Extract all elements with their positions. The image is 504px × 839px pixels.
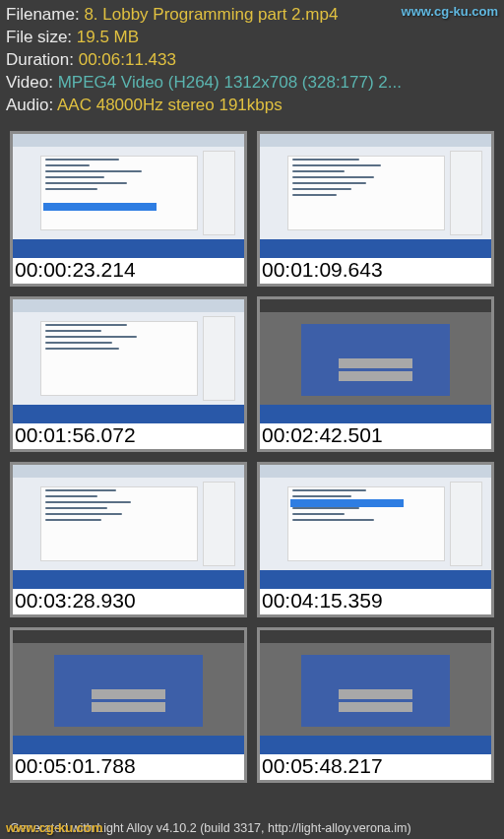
info-filesize: File size: 19.5 MB: [6, 27, 498, 49]
thumbnail-image: [260, 299, 491, 423]
thumbnail-timestamp: 00:05:01.788: [13, 754, 244, 780]
value-duration: 00:06:11.433: [79, 50, 176, 69]
thumbnail-cell: 00:04:15.359: [257, 462, 494, 617]
info-duration: Duration: 00:06:11.433: [6, 49, 498, 72]
watermark-bottom: www.cg-ku.com: [6, 820, 102, 835]
thumbnail-cell: 00:05:01.788: [10, 627, 247, 783]
thumbnail-timestamp: 00:03:28.930: [13, 589, 244, 614]
thumbnail-timestamp: 00:01:56.072: [13, 423, 244, 449]
value-audio: AAC 48000Hz stereo 191kbps: [57, 96, 283, 114]
thumbnail-cell: 00:05:48.217: [257, 627, 494, 783]
thumbnail-image: [13, 630, 244, 754]
label-filesize: File size:: [6, 28, 77, 46]
value-filesize: 19.5 MB: [77, 28, 139, 46]
thumbnail-image: [13, 465, 244, 589]
thumbnail-timestamp: 00:00:23.214: [13, 258, 244, 284]
info-video: Video: MPEG4 Video (H264) 1312x708 (328:…: [6, 72, 498, 95]
label-filename: Filename:: [6, 5, 84, 24]
thumbnail-timestamp: 00:01:09.643: [260, 258, 491, 284]
thumbnail-cell: 00:01:56.072: [10, 296, 247, 452]
thumbnail-image: [260, 134, 491, 258]
info-audio: Audio: AAC 48000Hz stereo 191kbps: [6, 95, 498, 117]
thumbnail-image: [13, 134, 244, 258]
watermark-top: www.cg-ku.com: [402, 4, 498, 19]
thumbnail-timestamp: 00:04:15.359: [260, 589, 491, 614]
thumbnail-timestamp: 00:05:48.217: [260, 754, 491, 780]
thumbnail-cell: 00:02:42.501: [257, 296, 494, 452]
label-duration: Duration:: [6, 50, 79, 69]
value-video: MPEG4 Video (H264) 1312x708 (328:177) 2.…: [58, 73, 402, 92]
thumbnail-image: [260, 630, 491, 754]
thumbnail-image: [260, 465, 491, 589]
thumbnail-cell: 00:03:28.930: [10, 462, 247, 617]
thumbnail-timestamp: 00:02:42.501: [260, 423, 491, 449]
thumbnails-grid: 00:00:23.214 00:01:09.643 00:01:56.072 0…: [0, 121, 504, 791]
label-video: Video:: [6, 73, 58, 92]
thumbnail-cell: 00:00:23.214: [10, 131, 247, 287]
value-filename: 8. Lobby Programming part 2.mp4: [84, 5, 338, 24]
label-audio: Audio:: [6, 96, 57, 114]
thumbnail-cell: 00:01:09.643: [257, 131, 494, 287]
thumbnail-image: [13, 299, 244, 423]
